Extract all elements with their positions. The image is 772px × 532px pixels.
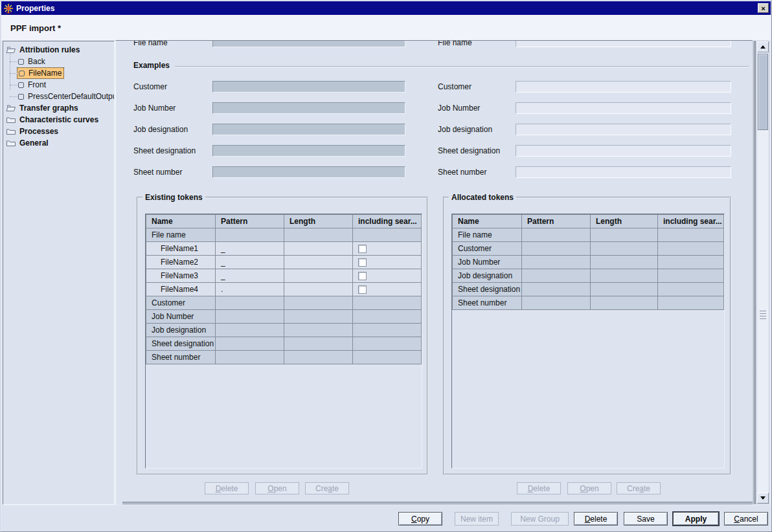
allocated-tokens-title: Allocated tokens (449, 193, 516, 202)
job-designation-label-left: Job designation (133, 125, 188, 134)
tree-item-label: PressCenterDefaultOutput (28, 92, 115, 101)
col-including-search[interactable]: including sear... (658, 215, 724, 228)
checkbox-icon (18, 94, 24, 100)
allocated-open-button[interactable]: Open (567, 482, 611, 494)
allocated-create-button[interactable]: Create (617, 482, 661, 494)
sheet-number-label-left: Sheet number (133, 168, 182, 177)
col-including-search[interactable]: including sear... (353, 215, 422, 228)
tree-item-transfer-graphs[interactable]: Transfer graphs (3, 102, 114, 114)
tree-item-label: Processes (19, 127, 58, 136)
tree-item-label: Transfer graphs (19, 104, 78, 113)
allocated-tokens-table[interactable]: Name Pattern Length including sear... Fi… (451, 214, 725, 469)
table-row[interactable]: FileName2 _ (146, 256, 422, 269)
sheet-designation-label-left: Sheet designation (133, 146, 196, 155)
table-row[interactable]: Job designation (146, 324, 422, 337)
examples-separator (133, 66, 749, 67)
table-row[interactable]: Customer (453, 242, 724, 256)
job-designation-field-right[interactable] (516, 124, 731, 135)
existing-delete-button[interactable]: Delete (205, 482, 249, 494)
customer-label-left: Customer (133, 82, 167, 91)
app-icon (3, 3, 14, 14)
tree-item-processes[interactable]: Processes (3, 126, 114, 137)
folder-icon (6, 139, 16, 147)
existing-tokens-group: Existing tokens Name Pattern Length incl… (137, 197, 428, 475)
tree-item-back[interactable]: Back (3, 56, 114, 67)
new-item-button[interactable]: New item (455, 512, 499, 526)
cancel-button[interactable]: Cancel (724, 512, 768, 526)
folder-open-icon (6, 104, 16, 112)
col-length[interactable]: Length (591, 215, 658, 228)
window-title: Properties (16, 4, 54, 13)
tree-item-characteristic-curves[interactable]: Characteristic curves (3, 114, 114, 126)
col-name[interactable]: Name (146, 215, 216, 228)
sheet-designation-label-right: Sheet designation (438, 146, 500, 155)
scrollbar-grip-icon[interactable] (760, 311, 766, 320)
checkbox-icon (18, 82, 24, 88)
examples-label: Examples (133, 61, 175, 70)
tree-item-front[interactable]: Front (3, 79, 114, 91)
col-name[interactable]: Name (453, 215, 522, 228)
table-row[interactable]: Sheet designation (453, 283, 724, 296)
table-header-row: Name Pattern Length including sear... (453, 215, 724, 228)
new-group-button[interactable]: New Group (511, 512, 569, 526)
table-row[interactable]: Job Number (453, 256, 724, 269)
sheet-designation-field-left (212, 145, 405, 157)
delete-button[interactable]: Delete (574, 512, 618, 526)
scrollbar-thumb[interactable] (758, 54, 768, 130)
including-search-checkbox[interactable] (358, 245, 367, 253)
existing-tokens-table[interactable]: Name Pattern Length including sear... Fi… (145, 214, 422, 469)
including-search-checkbox[interactable] (358, 285, 367, 294)
scroll-down-icon[interactable] (757, 493, 769, 504)
col-pattern[interactable]: Pattern (216, 215, 284, 228)
sheet-number-label-right: Sheet number (438, 168, 486, 177)
table-row[interactable]: FileName1 _ (146, 242, 422, 256)
apply-button[interactable]: Apply (673, 512, 719, 526)
table-row[interactable]: File name (146, 228, 422, 242)
existing-tokens-title: Existing tokens (142, 193, 205, 202)
tree-item-label: Back (28, 57, 45, 66)
tree-item-label: FileName (28, 69, 62, 78)
vertical-scrollbar[interactable] (756, 41, 769, 504)
job-number-field-left (212, 102, 405, 114)
including-search-checkbox[interactable] (358, 272, 367, 280)
existing-open-button[interactable]: Open (255, 482, 299, 494)
table-row[interactable]: FileName3 _ (146, 269, 422, 283)
table-row[interactable]: Customer (146, 296, 422, 310)
footer-bar: Copy New item New Group Delete Save Appl… (1, 505, 771, 531)
including-search-checkbox[interactable] (358, 258, 367, 267)
table-row[interactable]: Sheet designation (146, 337, 422, 351)
title-bar: Properties × (1, 1, 771, 15)
table-row[interactable]: Sheet number (453, 296, 724, 310)
table-row[interactable]: Job designation (453, 269, 724, 283)
tree-item-label: Attribution rules (19, 45, 80, 54)
tree-item-label: Characteristic curves (19, 115, 98, 124)
tree-item-label: General (19, 139, 49, 148)
sheet-designation-field-right[interactable] (516, 145, 731, 157)
save-button[interactable]: Save (624, 512, 668, 526)
table-row[interactable]: Sheet number (146, 351, 422, 364)
allocated-tokens-group: Allocated tokens Name Pattern Length inc… (443, 197, 731, 475)
col-pattern[interactable]: Pattern (522, 215, 591, 228)
tree-item-filename[interactable]: FileName (3, 67, 114, 79)
allocated-delete-button[interactable]: Delete (517, 482, 561, 494)
checkbox-icon (18, 59, 24, 65)
copy-button[interactable]: Copy (398, 512, 442, 526)
page-header: PPF import * (1, 15, 771, 40)
tree-item-general[interactable]: General (3, 137, 114, 149)
job-number-field-right[interactable] (516, 102, 731, 114)
scroll-up-icon[interactable] (757, 41, 769, 52)
table-row[interactable]: Job Number (146, 310, 422, 324)
col-length[interactable]: Length (284, 215, 353, 228)
tree-item-attribution-rules[interactable]: Attribution rules (3, 44, 114, 56)
job-number-label-left: Job Number (133, 104, 176, 113)
existing-create-button[interactable]: Create (305, 482, 349, 494)
checkbox-icon (19, 71, 25, 76)
sheet-number-field-right[interactable] (516, 166, 731, 178)
table-row[interactable]: File name (453, 228, 724, 242)
table-row[interactable]: FileName4 . (146, 283, 422, 296)
close-icon[interactable]: × (758, 3, 769, 13)
customer-field-right[interactable] (516, 81, 731, 93)
file-name-field-right[interactable] (516, 40, 731, 47)
tree-item-presscenterdefaultoutput[interactable]: PressCenterDefaultOutput (3, 91, 114, 102)
job-number-label-right: Job Number (438, 104, 480, 113)
